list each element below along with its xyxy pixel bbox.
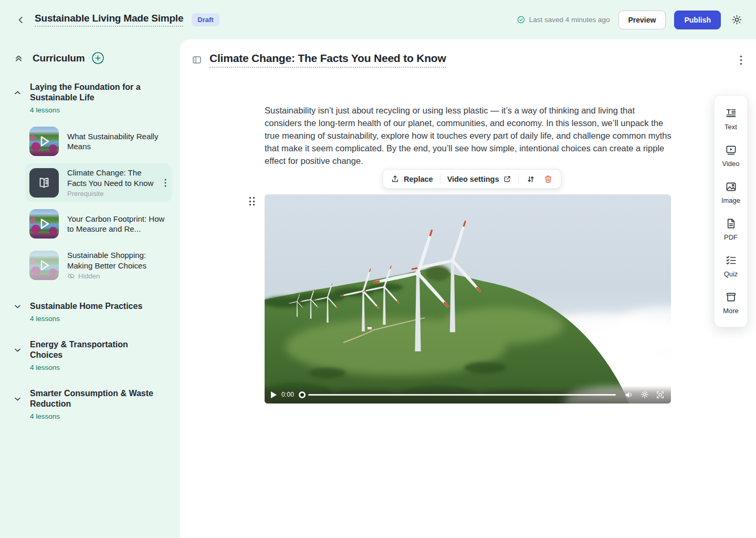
lesson-title: Sustainable Shopping: Making Better Choi… (67, 250, 167, 271)
insert-image-button[interactable]: Image (715, 174, 747, 211)
play-button[interactable] (271, 391, 277, 398)
lesson-text: What Sustainability Really Means (67, 131, 167, 152)
volume-button[interactable] (625, 391, 634, 399)
arrows-up-down-icon (526, 174, 536, 184)
video-settings-button[interactable]: Video settings (447, 175, 512, 183)
insert-text-button[interactable]: Text (715, 101, 747, 138)
scrubber-handle[interactable] (299, 391, 306, 398)
section-header: Sustainable Home Practices (8, 301, 172, 312)
check-circle-icon (517, 15, 526, 24)
lesson-item[interactable]: Sustainable Shopping: Making Better Choi… (25, 246, 172, 284)
insert-video-button[interactable]: Video (715, 138, 747, 174)
lesson-editor: Climate Change: The Facts You Need to Kn… (180, 39, 756, 538)
toolbar-divider (440, 174, 440, 184)
insert-panel: Text Video Image PDF Quiz More (714, 95, 748, 327)
section-toggle-button[interactable] (13, 394, 22, 404)
reorder-button[interactable] (526, 174, 536, 184)
section-toggle-button[interactable] (13, 88, 22, 97)
curriculum-sections: Laying the Foundation for a Sustainable … (8, 82, 172, 420)
block-drag-handle[interactable] (249, 197, 255, 205)
curriculum-heading: Curriculum (33, 53, 85, 64)
settings-button[interactable] (731, 14, 742, 25)
delete-block-button[interactable] (543, 174, 553, 184)
insert-more-button[interactable]: More (715, 285, 747, 322)
section-toggle-button[interactable] (13, 345, 22, 355)
lesson-text: Your Carbon Footprint: How to Measure an… (67, 214, 167, 234)
layout-panel-icon (192, 55, 202, 65)
section-title[interactable]: Sustainable Home Practices (30, 301, 142, 312)
double-chevron-up-icon (14, 53, 24, 63)
lesson-menu-button[interactable] (738, 53, 744, 67)
insert-more-label: More (723, 307, 739, 315)
video-block-toolbar: Replace Video settings (383, 169, 561, 189)
eye-off-icon (67, 272, 75, 280)
volume-icon (625, 391, 634, 399)
curriculum-section: Laying the Foundation for a Sustainable … (8, 82, 172, 284)
section-lessons: What Sustainability Really Means Climate… (8, 122, 172, 284)
chevron-up-icon (13, 302, 22, 311)
curriculum-section: Energy & Transportation Choices 4 lesson… (8, 339, 172, 371)
trash-icon (543, 174, 553, 184)
lesson-video-thumbnail (29, 251, 59, 280)
curriculum-section: Sustainable Home Practices 4 lessons (8, 301, 172, 323)
lesson-item[interactable]: What Sustainability Really Means (25, 122, 172, 160)
lesson-menu-button[interactable] (163, 178, 167, 188)
play-icon (29, 209, 59, 239)
lesson-text: Sustainable Shopping: Making Better Choi… (67, 250, 167, 280)
chevron-up-icon (13, 88, 22, 97)
book-open-icon (36, 176, 52, 190)
curriculum-sidebar: Curriculum Laying the Foundation for a S… (0, 39, 180, 538)
topbar: Sustainable Living Made Simple Draft Las… (0, 0, 756, 39)
section-title[interactable]: Laying the Foundation for a Sustainable … (30, 82, 159, 103)
insert-pdf-button[interactable]: PDF (715, 211, 747, 248)
lesson-item[interactable]: Your Carbon Footprint: How to Measure an… (25, 205, 172, 243)
section-lesson-count: 4 lessons (30, 364, 172, 371)
upload-icon (391, 174, 400, 183)
pdf-document-icon (725, 218, 737, 230)
lesson-tag-text: Prerequisite (67, 190, 103, 198)
lesson-title: Your Carbon Footprint: How to Measure an… (67, 214, 167, 234)
video-controls: 0:00 (265, 386, 671, 404)
video-icon (725, 144, 737, 156)
more-archive-icon (725, 291, 737, 303)
course-title[interactable]: Sustainable Living Made Simple (35, 13, 183, 27)
section-title[interactable]: Energy & Transportation Choices (30, 339, 159, 360)
kebab-icon (164, 179, 166, 187)
lesson-paragraph[interactable]: Sustainability isn’t just about recyclin… (265, 104, 672, 167)
back-button[interactable] (14, 13, 28, 27)
status-badge: Draft (192, 13, 219, 26)
fullscreen-button[interactable] (656, 390, 665, 399)
section-title[interactable]: Smarter Consumption & Waste Reduction (30, 388, 159, 409)
video-player[interactable]: 0:00 (265, 194, 671, 404)
progress-track[interactable] (308, 394, 616, 396)
last-saved-status: Last saved 4 minutes ago (517, 15, 610, 24)
play-icon (271, 391, 277, 398)
section-toggle-button[interactable] (13, 302, 22, 311)
insert-video-label: Video (722, 160, 739, 168)
lesson-item[interactable]: Climate Change: The Facts You Need to Kn… (25, 163, 172, 202)
collapse-all-button[interactable] (13, 53, 24, 64)
chevron-up-icon (13, 346, 22, 355)
section-lesson-count: 4 lessons (30, 412, 172, 420)
lesson-reading-tile (29, 168, 59, 198)
video-frame-windfarm (265, 194, 671, 404)
curriculum-header: Curriculum (8, 52, 172, 64)
lesson-title: What Sustainability Really Means (67, 131, 167, 152)
quiz-checklist-icon (725, 254, 737, 266)
gear-icon (731, 14, 742, 25)
insert-image-label: Image (721, 196, 740, 204)
lesson-header: Climate Change: The Facts You Need to Kn… (192, 52, 744, 68)
panel-toggle-button[interactable] (192, 55, 202, 65)
lesson-title[interactable]: Climate Change: The Facts You Need to Kn… (209, 52, 446, 68)
publish-button[interactable]: Publish (674, 11, 721, 29)
plus-circle-icon (92, 52, 104, 64)
image-icon (725, 181, 737, 193)
replace-button[interactable]: Replace (391, 174, 433, 183)
preview-button[interactable]: Preview (618, 11, 666, 29)
insert-quiz-label: Quiz (724, 270, 738, 278)
lesson-video-thumbnail (29, 209, 59, 239)
add-section-button[interactable] (92, 52, 104, 64)
section-lesson-count: 4 lessons (30, 106, 172, 114)
insert-quiz-button[interactable]: Quiz (715, 248, 747, 285)
video-settings-gear-button[interactable] (640, 390, 649, 399)
